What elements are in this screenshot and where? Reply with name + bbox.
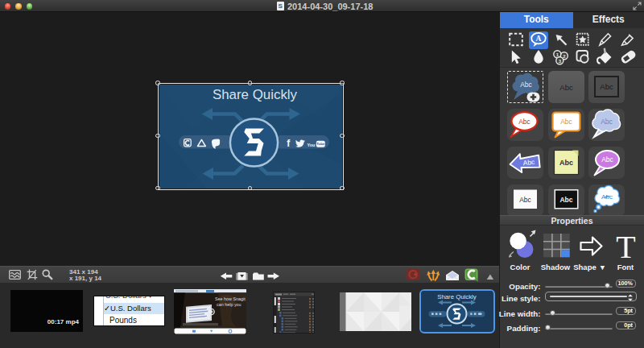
svg-text:Abc: Abc <box>559 196 572 204</box>
svg-text:can help you: can help you <box>217 302 242 307</box>
svg-text:Abc: Abc <box>601 155 613 164</box>
svg-text:Abc: Abc <box>522 158 535 168</box>
svg-text:Abc: Abc <box>600 82 613 91</box>
svg-text:See how Snagit: See how Snagit <box>215 296 246 301</box>
svg-text:Abc: Abc <box>601 118 613 126</box>
svg-text:A: A <box>536 35 542 43</box>
svg-text:T: T <box>616 229 635 265</box>
svg-text:Abc: Abc <box>520 81 532 89</box>
svg-text:Share Quickly: Share Quickly <box>437 293 477 300</box>
svg-text:Abc: Abc <box>518 118 530 126</box>
svg-text:Abc: Abc <box>559 83 573 92</box>
svg-text:Abc: Abc <box>519 196 531 204</box>
svg-text:Abc: Abc <box>601 193 613 201</box>
svg-text:Abc: Abc <box>560 118 572 126</box>
svg-text:Abc: Abc <box>559 159 573 167</box>
